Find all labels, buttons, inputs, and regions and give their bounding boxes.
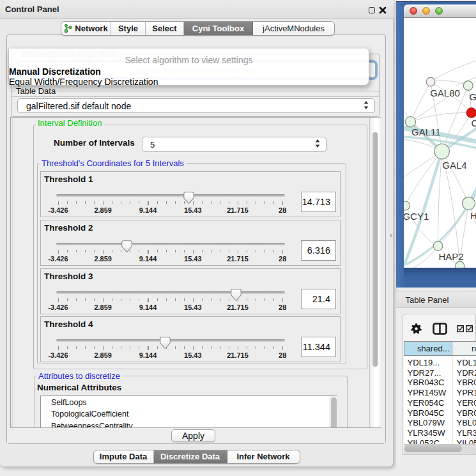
svg-text:GAL4: GAL4 (442, 159, 466, 170)
svg-text:GAL11: GAL11 (411, 127, 441, 137)
svg-text:HAP2: HAP2 (438, 251, 463, 262)
svg-text:C: C (471, 118, 476, 128)
svg-text:H: H (470, 210, 476, 221)
svg-text:GCY1: GCY1 (404, 211, 429, 222)
svg-text:GAL80: GAL80 (430, 87, 460, 98)
svg-text:GA: GA (469, 91, 476, 102)
